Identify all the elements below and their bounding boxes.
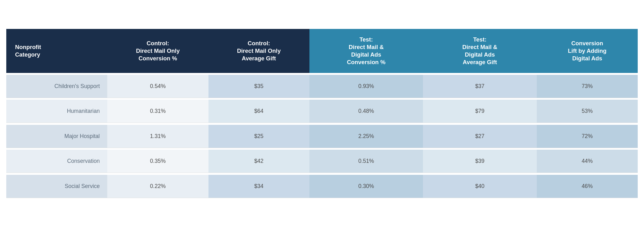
table-row: Social Service 0.22% $34 0.30% $40 46% [6, 175, 638, 198]
lift-cell: 72% [537, 125, 638, 148]
table-row: Conservation 0.35% $42 0.51% $39 44% [6, 150, 638, 173]
test-avg-gift-cell: $40 [423, 175, 536, 198]
category-cell: Conservation [6, 150, 107, 173]
control-conversion-cell: 0.22% [107, 175, 208, 198]
lift-cell: 73% [537, 75, 638, 98]
category-cell: Social Service [6, 175, 107, 198]
category-cell: Humanitarian [6, 100, 107, 123]
table-container: Nonprofit Category Control: Direct Mail … [6, 29, 638, 198]
control-conversion-cell: 0.54% [107, 75, 208, 98]
table-row: Major Hospital 1.31% $25 2.25% $27 72% [6, 125, 638, 148]
control-conversion-cell: 0.31% [107, 100, 208, 123]
test-conversion-cell: 0.93% [309, 75, 423, 98]
header-test-conversion: Test: Direct Mail & Digital Ads Conversi… [309, 29, 423, 73]
category-cell: Major Hospital [6, 125, 107, 148]
control-avg-gift-cell: $42 [208, 150, 309, 173]
test-conversion-cell: 0.30% [309, 175, 423, 198]
lift-cell: 46% [537, 175, 638, 198]
header-lift: Conversion Lift by Adding Digital Ads [537, 29, 638, 73]
category-cell: Children's Support [6, 75, 107, 98]
control-avg-gift-cell: $34 [208, 175, 309, 198]
header-category: Nonprofit Category [6, 29, 107, 73]
header-control-avg-gift: Control: Direct Mail Only Average Gift [208, 29, 309, 73]
test-avg-gift-cell: $37 [423, 75, 536, 98]
test-conversion-cell: 0.48% [309, 100, 423, 123]
test-avg-gift-cell: $79 [423, 100, 536, 123]
header-test-avg-gift: Test: Direct Mail & Digital Ads Average … [423, 29, 536, 73]
test-avg-gift-cell: $39 [423, 150, 536, 173]
table-row: Children's Support 0.54% $35 0.93% $37 7… [6, 75, 638, 98]
control-avg-gift-cell: $25 [208, 125, 309, 148]
test-conversion-cell: 2.25% [309, 125, 423, 148]
test-conversion-cell: 0.51% [309, 150, 423, 173]
test-avg-gift-cell: $27 [423, 125, 536, 148]
header-control-conversion: Control: Direct Mail Only Conversion % [107, 29, 208, 73]
table-row: Humanitarian 0.31% $64 0.48% $79 53% [6, 100, 638, 123]
control-conversion-cell: 0.35% [107, 150, 208, 173]
control-conversion-cell: 1.31% [107, 125, 208, 148]
data-table: Nonprofit Category Control: Direct Mail … [6, 29, 638, 198]
control-avg-gift-cell: $35 [208, 75, 309, 98]
control-avg-gift-cell: $64 [208, 100, 309, 123]
lift-cell: 44% [537, 150, 638, 173]
header-row: Nonprofit Category Control: Direct Mail … [6, 29, 638, 73]
lift-cell: 53% [537, 100, 638, 123]
